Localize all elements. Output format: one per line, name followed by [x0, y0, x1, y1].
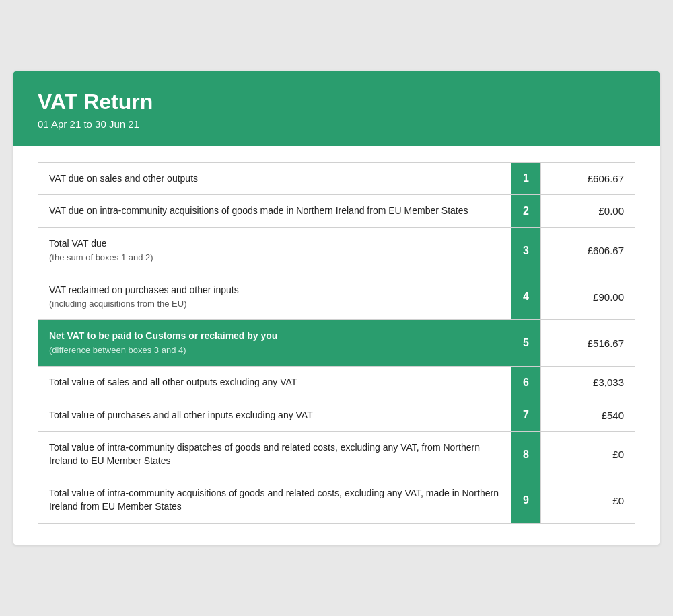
row-number-badge-4: 4: [511, 274, 540, 320]
row-number-badge-5: 5: [511, 320, 540, 366]
row-main-label-1: VAT due on sales and other outputs: [49, 172, 500, 186]
row-value-6: £3,033: [540, 367, 635, 399]
vat-row-5: Net VAT to be paid to Customs or reclaim…: [38, 319, 635, 367]
row-number-badge-7: 7: [511, 399, 540, 432]
row-label-6: Total value of sales and all other outpu…: [38, 367, 511, 399]
row-main-label-7: Total value of purchases and all other i…: [49, 409, 500, 422]
row-value-4: £90.00: [540, 274, 635, 320]
vat-row-8: Total value of intra-community dispatche…: [38, 431, 635, 477]
vat-row-7: Total value of purchases and all other i…: [38, 399, 635, 432]
row-label-2: VAT due on intra-community acquisitions …: [38, 195, 511, 227]
row-main-label-3: Total VAT due: [49, 237, 500, 251]
row-value-3: £606.67: [540, 228, 635, 274]
vat-row-6: Total value of sales and all other outpu…: [38, 366, 635, 399]
row-number-badge-9: 9: [511, 477, 540, 523]
row-number-badge-8: 8: [511, 432, 540, 477]
row-label-8: Total value of intra-community dispatche…: [38, 432, 511, 477]
row-main-label-8: Total value of intra-community dispatche…: [49, 441, 500, 467]
row-sub-label-4: (including acquisitions from the EU): [49, 298, 500, 310]
header: VAT Return 01 Apr 21 to 30 Jun 21: [13, 71, 660, 145]
row-sub-label-3: (the sum of boxes 1 and 2): [49, 252, 500, 264]
row-value-2: £0.00: [540, 195, 635, 227]
row-number-badge-1: 1: [511, 163, 540, 195]
period-label: 01 Apr 21 to 30 Jun 21: [38, 118, 635, 130]
row-label-5: Net VAT to be paid to Customs or reclaim…: [38, 320, 511, 366]
row-number-badge-2: 2: [511, 195, 540, 227]
page-title: VAT Return: [38, 90, 635, 114]
row-number-badge-6: 6: [511, 367, 540, 399]
row-value-9: £0: [540, 477, 635, 523]
vat-row-2: VAT due on intra-community acquisitions …: [38, 194, 635, 228]
vat-row-9: Total value of intra-community acquisiti…: [38, 477, 635, 523]
row-main-label-4: VAT reclaimed on purchases and other inp…: [49, 284, 500, 297]
row-value-8: £0: [540, 432, 635, 477]
row-label-1: VAT due on sales and other outputs: [38, 163, 511, 195]
vat-rows-container: VAT due on sales and other outputs1£606.…: [38, 162, 635, 524]
vat-row-1: VAT due on sales and other outputs1£606.…: [38, 162, 635, 196]
content-area: VAT due on sales and other outputs1£606.…: [13, 146, 660, 545]
vat-row-4: VAT reclaimed on purchases and other inp…: [38, 274, 635, 321]
vat-row-3: Total VAT due(the sum of boxes 1 and 2)3…: [38, 227, 635, 274]
row-label-4: VAT reclaimed on purchases and other inp…: [38, 274, 511, 320]
row-sub-label-5: (difference between boxes 3 and 4): [49, 344, 500, 356]
row-label-9: Total value of intra-community acquisiti…: [38, 477, 511, 523]
row-main-label-6: Total value of sales and all other outpu…: [49, 376, 500, 389]
row-main-label-2: VAT due on intra-community acquisitions …: [49, 204, 500, 218]
row-label-3: Total VAT due(the sum of boxes 1 and 2): [38, 228, 511, 274]
row-value-7: £540: [540, 399, 635, 432]
row-value-5: £516.67: [540, 320, 635, 366]
row-label-7: Total value of purchases and all other i…: [38, 399, 511, 432]
row-main-label-5: Net VAT to be paid to Customs or reclaim…: [49, 330, 500, 343]
row-number-badge-3: 3: [511, 228, 540, 274]
row-main-label-9: Total value of intra-community acquisiti…: [49, 487, 500, 513]
vat-return-card: VAT Return 01 Apr 21 to 30 Jun 21 VAT du…: [13, 71, 660, 544]
row-value-1: £606.67: [540, 163, 635, 195]
